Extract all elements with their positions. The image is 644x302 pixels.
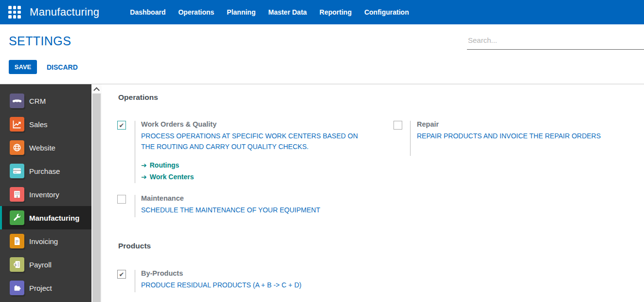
right-arrow-icon: ➔ (141, 161, 147, 169)
section-title-operations: Operations (118, 93, 158, 102)
sidebar-item-label: Payroll (29, 261, 52, 269)
manufacturing-settings-page: Manufacturing Dashboard Operations Plann… (0, 0, 644, 302)
menu-item-master-data[interactable]: Master Data (262, 4, 313, 20)
purchase-card-icon (10, 164, 24, 178)
project-puzzle-icon (10, 281, 24, 295)
menu-item-reporting[interactable]: Reporting (313, 4, 358, 20)
apps-sidebar: CRM Sales Website Purchase (0, 84, 91, 302)
page-title: SETTINGS (9, 34, 71, 48)
app-title: Manufacturing (30, 6, 99, 19)
sidebar-item-manufacturing[interactable]: Manufacturing (0, 206, 91, 229)
top-navbar: Manufacturing Dashboard Operations Plann… (0, 0, 644, 24)
sidebar-item-label: Website (29, 144, 55, 152)
setting-label-repair: Repair (417, 120, 439, 128)
sidebar-item-invoicing[interactable]: Invoicing (0, 229, 91, 253)
search-input[interactable] (467, 33, 644, 47)
sidebar-item-website[interactable]: Website (0, 136, 91, 159)
sidebar-item-crm[interactable]: CRM (0, 89, 91, 113)
content-area: CRM Sales Website Purchase (0, 84, 644, 302)
sidebar-item-label: Inventory (29, 190, 59, 199)
menu-item-operations[interactable]: Operations (172, 4, 220, 20)
crm-handshake-icon (10, 94, 24, 108)
scrollbar-thumb[interactable] (92, 94, 101, 302)
manufacturing-wrench-icon (10, 210, 24, 225)
top-menu: Dashboard Operations Planning Master Dat… (124, 4, 415, 20)
search-box (467, 33, 644, 50)
menu-item-dashboard[interactable]: Dashboard (124, 4, 172, 20)
sidebar-item-label: CRM (29, 97, 46, 105)
section-title-products: Products (118, 242, 151, 250)
item-divider (135, 121, 135, 183)
setting-label-by-products: By-Products (141, 269, 183, 277)
settings-pane: Operations Work Orders & Quality PROCESS… (102, 84, 644, 302)
sidebar-item-label: Purchase (29, 167, 60, 175)
sidebar-item-label: Project (29, 284, 52, 292)
link-work-centers[interactable]: ➔Work Centers (141, 172, 194, 182)
sidebar-item-purchase[interactable]: Purchase (0, 159, 91, 183)
setting-description-maintenance[interactable]: SCHEDULE THE MAINTENANCE OF YOUR EQUIPME… (141, 205, 365, 215)
apps-grid-icon[interactable] (8, 6, 21, 19)
setting-label-maintenance: Maintenance (141, 194, 184, 202)
payroll-money-icon: $ (10, 257, 24, 272)
save-button[interactable]: SAVE (9, 60, 37, 74)
discard-button[interactable]: DISCARD (44, 60, 81, 74)
setting-label-work-orders-quality: Work Orders & Quality (141, 120, 216, 128)
invoicing-document-icon (10, 234, 24, 248)
menu-item-planning[interactable]: Planning (220, 4, 262, 20)
right-arrow-icon: ➔ (141, 173, 147, 181)
checkbox-repair[interactable] (394, 121, 402, 130)
sidebar-item-inventory[interactable]: Inventory (0, 183, 91, 206)
sidebar-item-payroll[interactable]: $ Payroll (0, 253, 91, 276)
setting-description-work-orders-quality[interactable]: PROCESS OPERATIONS AT SPECIFIC WORK CENT… (141, 131, 365, 152)
sidebar-item-project[interactable]: Project (0, 276, 91, 300)
menu-item-configuration[interactable]: Configuration (358, 4, 415, 20)
website-globe-icon (10, 140, 24, 155)
content-scrollbar (91, 84, 102, 302)
setting-description-by-products[interactable]: PRODUCE RESIDUAL PRODUCTS (A + B -> C + … (141, 280, 365, 290)
item-divider (410, 121, 411, 156)
sidebar-item-label: Manufacturing (29, 214, 79, 222)
svg-text:$: $ (15, 263, 17, 267)
sales-chart-icon (10, 117, 24, 132)
checkbox-by-products[interactable] (117, 270, 126, 279)
scrollbar-up-arrow-icon[interactable] (91, 84, 102, 93)
setting-description-repair[interactable]: REPAIR PRODUCTS AND INVOICE THE REPAIR O… (417, 131, 621, 141)
checkbox-maintenance[interactable] (117, 195, 126, 204)
inventory-building-icon (10, 187, 24, 202)
item-divider (135, 270, 135, 292)
item-divider (135, 195, 135, 217)
sidebar-item-sales[interactable]: Sales (0, 113, 91, 136)
setting-links: ➔Routings ➔Work Centers (141, 160, 194, 182)
link-routings[interactable]: ➔Routings (141, 160, 194, 170)
checkbox-work-orders-quality[interactable] (117, 121, 126, 130)
sidebar-item-label: Invoicing (29, 237, 58, 245)
sidebar-item-label: Sales (29, 120, 48, 129)
